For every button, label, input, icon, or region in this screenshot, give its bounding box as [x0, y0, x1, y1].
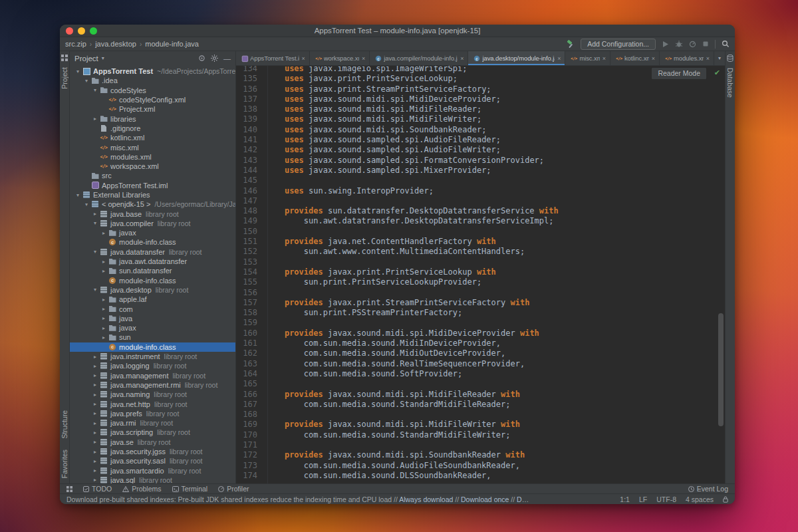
tree-row[interactable]: ▸sun.datatransfer: [70, 266, 235, 275]
reader-mode-badge[interactable]: Reader Mode: [651, 67, 707, 80]
tree-row[interactable]: module-info.class: [70, 276, 235, 285]
run-icon[interactable]: [662, 41, 669, 48]
tree-chevron-icon[interactable]: ▸: [100, 325, 108, 331]
tree-chevron-icon[interactable]: ▾: [74, 68, 82, 74]
tree-row[interactable]: modules.xml: [70, 152, 235, 162]
tree-chevron-icon[interactable]: ▸: [100, 230, 108, 236]
tree-row[interactable]: ▾AppsTorrent Test~/IdeaProjects/AppsTorr…: [70, 66, 235, 76]
tree-row[interactable]: src: [70, 171, 235, 180]
tool-button-event-log[interactable]: Event Log: [688, 485, 728, 493]
tree-row[interactable]: ▸java.smartcardiolibrary root: [70, 466, 235, 475]
tree-chevron-icon[interactable]: ▸: [100, 297, 108, 303]
editor-tab[interactable]: modules.xml×: [660, 51, 714, 65]
tab-close-icon[interactable]: ×: [706, 55, 710, 62]
tree-chevron-icon[interactable]: ▸: [100, 268, 108, 274]
zoom-window-button[interactable]: [90, 27, 97, 35]
add-configuration-button[interactable]: Add Configuration...: [581, 39, 656, 50]
profile-icon[interactable]: [689, 41, 696, 48]
tree-chevron-icon[interactable]: ▾: [82, 78, 90, 84]
tree-row[interactable]: Project.xml: [70, 104, 235, 114]
tree-chevron-icon[interactable]: ▸: [91, 477, 99, 483]
close-window-button[interactable]: [66, 27, 73, 35]
tree-row[interactable]: ▸java.baselibrary root: [70, 209, 235, 218]
status-link[interactable]: Don't show again: [517, 495, 532, 503]
tree-chevron-icon[interactable]: ▾: [91, 249, 99, 255]
tree-row[interactable]: codeStyleConfig.xml: [70, 95, 235, 104]
tree-row[interactable]: ▸java.security.jgsslibrary root: [70, 447, 235, 456]
tree-row[interactable]: ▸java.instrumentlibrary root: [70, 352, 235, 361]
tree-chevron-icon[interactable]: ▸: [100, 259, 108, 265]
tool-button-problems[interactable]: Problems: [122, 485, 161, 493]
tree-chevron-icon[interactable]: ▾: [91, 220, 99, 226]
tree-row[interactable]: ▸java.naminglibrary root: [70, 390, 235, 399]
status-link[interactable]: Always download: [399, 495, 453, 503]
tab-close-icon[interactable]: ×: [302, 55, 305, 62]
breadcrumb-src-zip[interactable]: src.zip: [65, 40, 86, 48]
locate-file-icon[interactable]: [198, 55, 205, 62]
tree-chevron-icon[interactable]: ▸: [91, 382, 99, 388]
minimize-window-button[interactable]: [78, 27, 85, 35]
settings-gear-icon[interactable]: [211, 55, 218, 62]
tree-chevron-icon[interactable]: ▸: [91, 410, 99, 416]
tree-row[interactable]: ▾java.datatransferlibrary root: [70, 247, 235, 257]
tree-row[interactable]: ▾External Libraries: [70, 190, 235, 200]
project-view-selector[interactable]: Project: [74, 55, 98, 63]
tree-chevron-icon[interactable]: ▸: [91, 392, 99, 398]
tree-chevron-icon[interactable]: ▸: [91, 439, 99, 445]
tree-row[interactable]: ▸java.prefslibrary root: [70, 409, 235, 418]
lock-icon[interactable]: [723, 496, 728, 503]
tree-chevron-icon[interactable]: ▾: [74, 192, 82, 198]
tree-row[interactable]: ▾< openjdk-15 >/Users/egormac/Library/Ja…: [70, 200, 235, 209]
tree-row[interactable]: ▸java.security.sasllibrary root: [70, 456, 235, 466]
tree-row[interactable]: ▾java.desktoplibrary root: [70, 285, 235, 295]
debug-icon[interactable]: [675, 40, 683, 48]
breadcrumb-java-desktop[interactable]: java.desktop: [95, 40, 136, 48]
tab-close-icon[interactable]: ×: [460, 55, 464, 62]
tool-button-profiler[interactable]: Profiler: [218, 485, 249, 493]
editor-tab[interactable]: kotlinc.xml×: [610, 51, 660, 65]
titlebar[interactable]: AppsTorrent Test – module-info.java [ope…: [60, 25, 735, 37]
status-link[interactable]: Download once: [461, 495, 509, 503]
tree-row[interactable]: ▸java.scriptinglibrary root: [70, 428, 235, 437]
tree-chevron-icon[interactable]: ▸: [91, 372, 99, 378]
editor-tab[interactable]: java.desktop/module-info.java×: [468, 51, 565, 65]
chevron-down-icon[interactable]: ▾: [102, 55, 104, 61]
breadcrumb-module-info[interactable]: module-info.java: [145, 40, 199, 48]
tree-row[interactable]: ▸javax: [70, 228, 235, 237]
tree-chevron-icon[interactable]: ▾: [91, 87, 99, 93]
tree-chevron-icon[interactable]: ▾: [82, 201, 90, 207]
indent-widget[interactable]: 4 spaces: [686, 495, 714, 503]
tree-row[interactable]: ▸java.selibrary root: [70, 438, 235, 447]
tool-button-database[interactable]: Database: [726, 68, 734, 98]
tree-row[interactable]: ▸java.management.rmilibrary root: [70, 380, 235, 390]
stop-icon[interactable]: [702, 41, 709, 47]
tree-row[interactable]: ▸sun: [70, 332, 235, 342]
tree-row[interactable]: misc.xml: [70, 142, 235, 152]
tree-row[interactable]: module-info.class: [70, 237, 235, 247]
tool-button-favorites[interactable]: Favorites: [61, 450, 68, 478]
encoding-widget[interactable]: UTF-8: [656, 495, 676, 503]
tree-row[interactable]: module-info.class: [70, 342, 235, 352]
tree-chevron-icon[interactable]: ▸: [91, 458, 99, 464]
tab-close-icon[interactable]: ×: [557, 55, 561, 62]
tree-row[interactable]: ▸java.net.httplibrary root: [70, 399, 235, 408]
tree-chevron-icon[interactable]: ▸: [91, 449, 99, 455]
tree-row[interactable]: workspace.xml: [70, 162, 235, 171]
tree-chevron-icon[interactable]: ▸: [100, 306, 108, 312]
tree-chevron-icon[interactable]: ▸: [100, 315, 108, 321]
tree-chevron-icon[interactable]: ▸: [91, 211, 99, 217]
editor-tab[interactable]: AppsTorrent Test.iml×: [236, 51, 310, 65]
hide-panel-icon[interactable]: —: [223, 55, 231, 63]
tree-row[interactable]: ▸java.rmilibrary root: [70, 418, 235, 428]
tool-windows-icon[interactable]: [61, 55, 68, 61]
editor-tab[interactable]: misc.xml×: [565, 51, 610, 65]
tree-row[interactable]: ▸java.sqllibrary root: [70, 475, 235, 483]
search-everywhere-icon[interactable]: [722, 40, 730, 48]
chevron-down-icon[interactable]: ▾: [718, 55, 721, 61]
tree-row[interactable]: kotlinc.xml: [70, 133, 235, 142]
tree-row[interactable]: ▸java.awt.datatransfer: [70, 257, 235, 266]
tool-windows-icon[interactable]: [66, 486, 72, 492]
tree-chevron-icon[interactable]: ▸: [91, 363, 99, 369]
tree-row[interactable]: ▸javax: [70, 323, 235, 332]
editor-tab[interactable]: workspace.xml×: [310, 51, 370, 65]
